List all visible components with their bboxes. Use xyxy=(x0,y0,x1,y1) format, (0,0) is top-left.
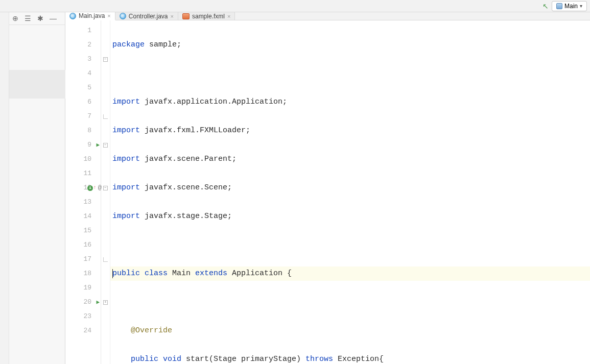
line-number: 7 xyxy=(87,109,91,124)
tab-label: sample.fxml xyxy=(192,13,225,20)
line-number: 17 xyxy=(83,252,91,266)
tab-controller-java[interactable]: C Controller.java × xyxy=(115,12,178,20)
line-number: 11 xyxy=(83,166,91,181)
line-number: 2 xyxy=(87,38,91,52)
fold-column[interactable]: − − − + xyxy=(101,20,110,364)
application-icon xyxy=(556,3,562,9)
run-gutter-icon[interactable]: ▶ xyxy=(96,295,100,309)
caret xyxy=(112,269,113,278)
code-editor[interactable]: package sample; import javafx.applicatio… xyxy=(110,20,590,364)
tab-main-java[interactable]: C Main.java × xyxy=(65,12,115,20)
structure-toolwindow: ⊕ ☰ ✱ — xyxy=(9,12,65,364)
line-number: 4 xyxy=(87,66,91,81)
run-config-label: Main xyxy=(564,3,578,10)
line-number: 23 xyxy=(83,309,91,324)
line-number: 6 xyxy=(87,95,91,109)
line-number: 5 xyxy=(87,81,91,95)
class-icon: C xyxy=(120,13,126,19)
line-number: 15 xyxy=(83,224,91,238)
structure-action-3[interactable]: ✱ xyxy=(37,14,43,22)
tab-label: Controller.java xyxy=(129,13,168,20)
build-icon[interactable]: ↖ xyxy=(542,2,549,10)
editor-body[interactable]: 1 2 3 4 5 6 7 8 9▶ 10 11 12 i↑@ 13 14 15 xyxy=(65,20,590,364)
fold-toggle-icon[interactable]: − xyxy=(103,57,108,62)
line-number: 19 xyxy=(83,281,91,295)
run-config-selector[interactable]: Main ▾ xyxy=(552,1,587,11)
fold-end-icon xyxy=(103,114,108,119)
editor-area: C Main.java × C Controller.java × sample… xyxy=(65,12,590,364)
main-row: ⊕ ☰ ✱ — C Main.java × C Controller.java … xyxy=(0,12,590,364)
fxml-icon xyxy=(182,13,190,19)
line-number: 9 xyxy=(87,138,91,152)
close-icon[interactable]: × xyxy=(107,13,110,19)
tab-sample-fxml[interactable]: sample.fxml × xyxy=(178,12,235,20)
line-number: 24 xyxy=(83,324,91,338)
line-number: 1 xyxy=(87,23,91,38)
line-number: 14 xyxy=(83,209,91,224)
line-number: 18 xyxy=(83,266,91,281)
fold-toggle-icon[interactable]: + xyxy=(103,300,108,305)
tab-label: Main.java xyxy=(79,12,105,19)
fold-toggle-icon[interactable]: − xyxy=(103,143,108,148)
structure-action-2[interactable]: ☰ xyxy=(25,14,31,22)
line-number: 20 xyxy=(83,295,91,309)
close-icon[interactable]: × xyxy=(171,13,174,19)
fold-end-icon xyxy=(103,257,108,262)
close-icon[interactable]: × xyxy=(227,13,230,19)
chevron-down-icon: ▾ xyxy=(580,3,582,9)
override-gutter-icon[interactable]: i↑@ xyxy=(87,181,102,195)
left-toolstrip[interactable] xyxy=(0,12,9,364)
editor-tab-bar: C Main.java × C Controller.java × sample… xyxy=(65,12,590,20)
structure-action-4[interactable]: — xyxy=(50,14,57,22)
line-number: 3 xyxy=(87,52,91,66)
structure-placeholder xyxy=(9,70,65,99)
line-number: 13 xyxy=(83,195,91,209)
line-number: 10 xyxy=(83,152,91,166)
class-icon: C xyxy=(69,13,76,19)
structure-action-1[interactable]: ⊕ xyxy=(12,14,18,22)
line-number: 8 xyxy=(87,124,91,138)
current-line: public class Main extends Application { xyxy=(110,266,590,281)
structure-toolbar: ⊕ ☰ ✱ — xyxy=(9,12,65,25)
window-toolbar: ↖ Main ▾ xyxy=(0,0,590,12)
editor-gutter[interactable]: 1 2 3 4 5 6 7 8 9▶ 10 11 12 i↑@ 13 14 15 xyxy=(65,20,101,364)
structure-body[interactable] xyxy=(9,25,65,364)
run-gutter-icon[interactable]: ▶ xyxy=(96,138,100,152)
line-number: 16 xyxy=(83,238,91,252)
fold-toggle-icon[interactable]: − xyxy=(103,186,108,190)
